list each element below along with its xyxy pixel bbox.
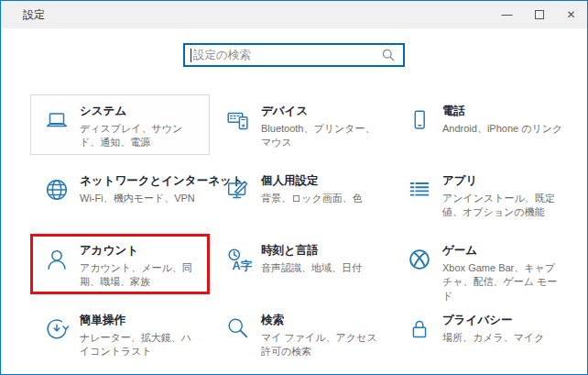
category-subtitle: Wi-Fi、機内モード、VPN [80, 192, 210, 205]
category-tile-text: システムディスプレイ、サウンド、通知、電源 [80, 105, 201, 150]
category-subtitle: 場所、カメラ、マイク [442, 331, 545, 345]
category-subtitle: Bluetooth、プリンター、マウス [261, 122, 383, 150]
category-tile-personalization[interactable]: 個人用設定背景、ロック画面、色 [212, 164, 391, 225]
category-title: 時刻と言語 [261, 244, 362, 258]
category-tile-text: 簡単操作ナレーター、拡大鏡、ハイコントラスト [80, 314, 201, 359]
category-tile-text: 時刻と言語音声認識、地域、日付 [261, 244, 362, 275]
category-tile-accounts[interactable]: アカウントアカウント、メール、同期、職場、家族 [30, 234, 210, 294]
category-title: ゲーム [442, 244, 564, 258]
globe-icon [43, 176, 71, 204]
category-title: システム [80, 105, 201, 118]
category-tile-devices[interactable]: デバイスBluetooth、プリンター、マウス [212, 94, 391, 155]
settings-window: 設定 — ✕ 設定の検索 システムディスプレイ、サウンド、通知、電源デバイスBl… [0, 0, 588, 375]
category-tile-text: アカウントアカウント、メール、同期、職場、家族 [80, 244, 201, 290]
settings-category-grid: システムディスプレイ、サウンド、通知、電源デバイスBluetooth、プリンター… [30, 94, 574, 373]
smartphone-icon [406, 106, 433, 134]
text-caret [191, 49, 191, 62]
category-title: プライバシー [442, 314, 545, 327]
category-tile-apps[interactable]: アプリアンインストール、既定値、オプションの機能 [393, 164, 572, 225]
category-title: アプリ [442, 174, 564, 188]
category-tile-phone[interactable]: 電話Android、iPhone のリンク [393, 94, 572, 155]
category-subtitle: アンインストール、既定値、オプションの機能 [442, 192, 564, 220]
category-tile-network[interactable]: ネットワークとインターネットWi-Fi、機内モード、VPN [30, 164, 210, 225]
category-title: アカウント [80, 244, 201, 258]
magnifier-icon [224, 315, 252, 343]
category-tile-text: 検索マイ ファイル、アクセス許可の検索 [261, 314, 383, 359]
category-subtitle: 音声認識、地域、日付 [261, 261, 362, 275]
category-subtitle: Android、iPhone のリンク [442, 122, 562, 136]
category-title: 個人用設定 [261, 174, 363, 188]
category-subtitle: アカウント、メール、同期、職場、家族 [80, 261, 201, 290]
list-icon [406, 176, 433, 204]
window-controls: — ✕ [491, 1, 587, 28]
category-tile-text: ゲームXbox Game Bar、キャプチャ、配信、ゲーム モード [442, 244, 564, 303]
category-subtitle: マイ ファイル、アクセス許可の検索 [261, 331, 383, 359]
category-subtitle: ディスプレイ、サウンド、通知、電源 [80, 122, 201, 150]
minimize-icon: — [502, 8, 513, 21]
devices-icon [224, 106, 252, 134]
category-title: デバイス [261, 105, 383, 118]
minimize-button[interactable]: — [491, 1, 523, 28]
lock-icon [406, 315, 433, 343]
category-tile-system[interactable]: システムディスプレイ、サウンド、通知、電源 [30, 94, 210, 155]
category-title: 検索 [261, 314, 383, 327]
category-title: 簡単操作 [80, 314, 201, 327]
category-title: 電話 [442, 105, 562, 118]
category-subtitle: 背景、ロック画面、色 [261, 192, 363, 205]
category-tile-ease-of-access[interactable]: 簡単操作ナレーター、拡大鏡、ハイコントラスト [30, 303, 210, 364]
search-icon [381, 48, 396, 62]
category-subtitle: ナレーター、拡大鏡、ハイコントラスト [80, 331, 201, 359]
svg-text:A字: A字 [232, 259, 252, 272]
category-tile-text: 個人用設定背景、ロック画面、色 [261, 174, 363, 205]
settings-search-input[interactable]: 設定の検索 [183, 43, 405, 67]
category-tile-gaming[interactable]: ゲームXbox Game Bar、キャプチャ、配信、ゲーム モード [393, 234, 572, 294]
category-tile-text: デバイスBluetooth、プリンター、マウス [261, 105, 383, 150]
laptop-icon [43, 106, 71, 134]
category-tile-privacy[interactable]: プライバシー場所、カメラ、マイク [393, 303, 572, 364]
close-button[interactable]: ✕ [555, 1, 587, 28]
window-title: 設定 [23, 7, 45, 23]
category-tile-time-language[interactable]: A字時刻と言語音声認識、地域、日付 [212, 234, 391, 294]
person-icon [43, 246, 71, 273]
category-tile-search[interactable]: 検索マイ ファイル、アクセス許可の検索 [212, 303, 391, 364]
clock-language-icon: A字 [224, 246, 252, 273]
maximize-button[interactable] [523, 1, 555, 28]
category-tile-text: 電話Android、iPhone のリンク [442, 105, 562, 136]
category-tile-text: プライバシー場所、カメラ、マイク [442, 314, 545, 345]
close-icon: ✕ [566, 8, 575, 21]
xbox-icon [406, 246, 433, 273]
search-placeholder: 設定の検索 [193, 48, 381, 63]
ease-of-access-icon [43, 315, 71, 343]
category-subtitle: Xbox Game Bar、キャプチャ、配信、ゲーム モード [442, 261, 564, 303]
category-tile-text: アプリアンインストール、既定値、オプションの機能 [442, 174, 564, 220]
monitor-brush-icon [224, 176, 252, 204]
maximize-icon [535, 10, 544, 19]
